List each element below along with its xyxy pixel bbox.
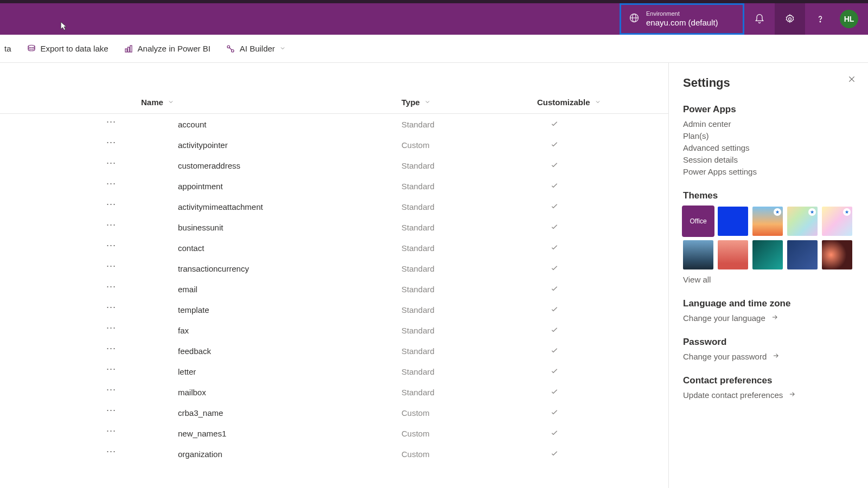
cell-name[interactable]: mailbox bbox=[141, 388, 401, 397]
environment-selector[interactable]: Environment enayu.com (default) bbox=[620, 3, 744, 35]
check-icon bbox=[537, 325, 559, 336]
environment-label: Environment bbox=[646, 10, 718, 17]
table-row[interactable]: ···mailboxStandard bbox=[0, 382, 668, 402]
toolbar-data-tail[interactable]: ta bbox=[4, 44, 11, 53]
theme-glow[interactable] bbox=[822, 240, 852, 269]
theme-denim[interactable] bbox=[787, 240, 818, 269]
theme-office[interactable]: Office bbox=[683, 207, 713, 236]
table-row[interactable]: ···templateStandard bbox=[0, 299, 668, 320]
cell-name[interactable]: transactioncurrency bbox=[141, 264, 401, 273]
table-row[interactable]: ···feedbackStandard bbox=[0, 341, 668, 361]
table-row[interactable]: ···businessunitStandard bbox=[0, 217, 668, 237]
table-row[interactable]: ···appointmentStandard bbox=[0, 176, 668, 196]
view-all-themes[interactable]: View all bbox=[683, 275, 854, 284]
themes-heading: Themes bbox=[683, 190, 854, 201]
row-more-button[interactable]: ··· bbox=[98, 325, 130, 330]
theme-blue[interactable] bbox=[718, 207, 748, 236]
row-more-button[interactable]: ··· bbox=[98, 345, 130, 351]
cell-name[interactable]: crba3_name bbox=[141, 408, 401, 418]
table-row[interactable]: ···activitymimeattachmentStandard bbox=[0, 196, 668, 217]
entities-table: Name Type Customizable ···accountStandar… bbox=[0, 63, 668, 488]
cell-name[interactable]: email bbox=[141, 285, 401, 294]
theme-mountain[interactable] bbox=[683, 240, 713, 269]
table-row[interactable]: ···new_names1Custom bbox=[0, 423, 668, 444]
column-header-customizable[interactable]: Customizable bbox=[537, 98, 601, 107]
link-admin-center[interactable]: Admin center bbox=[683, 119, 854, 129]
theme-rainbow[interactable]: ★ bbox=[787, 207, 818, 236]
table-row[interactable]: ···crba3_nameCustom bbox=[0, 402, 668, 423]
row-more-button[interactable]: ··· bbox=[98, 160, 130, 165]
svg-point-2 bbox=[789, 18, 792, 21]
update-contact-link[interactable]: Update contact preferences bbox=[683, 390, 854, 400]
row-more-button[interactable]: ··· bbox=[98, 139, 130, 145]
row-more-button[interactable]: ··· bbox=[98, 304, 130, 310]
cell-type: Standard bbox=[401, 161, 537, 170]
cell-type: Custom bbox=[401, 408, 537, 418]
theme-unicorn[interactable]: ★ bbox=[822, 207, 852, 236]
row-more-button[interactable]: ··· bbox=[98, 428, 130, 433]
export-to-data-lake[interactable]: Export to data lake bbox=[27, 44, 108, 54]
link-plans[interactable]: Plan(s) bbox=[683, 131, 854, 140]
cell-name[interactable]: activitypointer bbox=[141, 140, 401, 150]
cell-name[interactable]: contact bbox=[141, 243, 401, 253]
cell-name[interactable]: customeraddress bbox=[141, 161, 401, 170]
contact-heading: Contact preferences bbox=[683, 375, 854, 386]
check-icon bbox=[537, 202, 559, 212]
cell-name[interactable]: activitymimeattachment bbox=[141, 202, 401, 211]
language-heading: Language and time zone bbox=[683, 298, 854, 309]
table-row[interactable]: ···accountStandard bbox=[0, 114, 668, 134]
link-session-details[interactable]: Session details bbox=[683, 155, 854, 164]
row-more-button[interactable]: ··· bbox=[98, 284, 130, 289]
theme-circuit[interactable] bbox=[752, 240, 783, 269]
table-row[interactable]: ···activitypointerCustom bbox=[0, 134, 668, 155]
row-more-button[interactable]: ··· bbox=[98, 448, 130, 454]
analyze-in-power-bi[interactable]: Analyze in Power BI bbox=[124, 44, 210, 54]
cell-name[interactable]: letter bbox=[141, 367, 401, 376]
cell-name[interactable]: new_names1 bbox=[141, 429, 401, 438]
link-powerapps-settings[interactable]: Power Apps settings bbox=[683, 167, 854, 176]
table-row[interactable]: ···contactStandard bbox=[0, 237, 668, 258]
cell-type: Standard bbox=[401, 346, 537, 356]
star-icon: ★ bbox=[774, 208, 781, 216]
cell-name[interactable]: account bbox=[141, 120, 401, 129]
row-more-button[interactable]: ··· bbox=[98, 222, 130, 227]
cell-name[interactable]: fax bbox=[141, 326, 401, 335]
link-advanced-settings[interactable]: Advanced settings bbox=[683, 143, 854, 152]
cell-name[interactable]: businessunit bbox=[141, 223, 401, 232]
cell-name[interactable]: feedback bbox=[141, 346, 401, 356]
cell-name[interactable]: organization bbox=[141, 450, 401, 459]
row-more-button[interactable]: ··· bbox=[98, 242, 130, 248]
table-row[interactable]: ···faxStandard bbox=[0, 320, 668, 341]
column-header-type[interactable]: Type bbox=[401, 98, 537, 107]
table-row[interactable]: ···organizationCustom bbox=[0, 444, 668, 464]
row-more-button[interactable]: ··· bbox=[98, 387, 130, 392]
table-row[interactable]: ···transactioncurrencyStandard bbox=[0, 258, 668, 279]
row-more-button[interactable]: ··· bbox=[98, 407, 130, 413]
theme-sunset[interactable]: ★ bbox=[752, 207, 783, 236]
cell-type: Standard bbox=[401, 326, 537, 335]
notifications-button[interactable] bbox=[744, 3, 775, 35]
svg-rect-5 bbox=[125, 49, 127, 52]
row-more-button[interactable]: ··· bbox=[98, 119, 130, 124]
table-row[interactable]: ···customeraddressStandard bbox=[0, 155, 668, 176]
row-more-button[interactable]: ··· bbox=[98, 263, 130, 268]
cell-name[interactable]: appointment bbox=[141, 182, 401, 191]
settings-button[interactable] bbox=[775, 3, 805, 35]
table-row[interactable]: ···letterStandard bbox=[0, 361, 668, 382]
check-icon bbox=[537, 428, 559, 439]
avatar[interactable]: HL bbox=[840, 10, 858, 28]
close-button[interactable] bbox=[847, 75, 856, 86]
check-icon bbox=[537, 305, 559, 315]
change-password-link[interactable]: Change your password bbox=[683, 352, 854, 361]
row-more-button[interactable]: ··· bbox=[98, 201, 130, 207]
ai-builder[interactable]: AI Builder bbox=[226, 44, 286, 54]
table-row[interactable]: ···emailStandard bbox=[0, 279, 668, 299]
column-header-name[interactable]: Name bbox=[141, 98, 401, 107]
row-more-button[interactable]: ··· bbox=[98, 181, 130, 186]
theme-palm[interactable] bbox=[718, 240, 748, 269]
help-button[interactable] bbox=[805, 3, 835, 35]
cell-name[interactable]: template bbox=[141, 305, 401, 314]
svg-rect-6 bbox=[127, 47, 129, 52]
row-more-button[interactable]: ··· bbox=[98, 366, 130, 371]
change-language-link[interactable]: Change your language bbox=[683, 313, 854, 323]
